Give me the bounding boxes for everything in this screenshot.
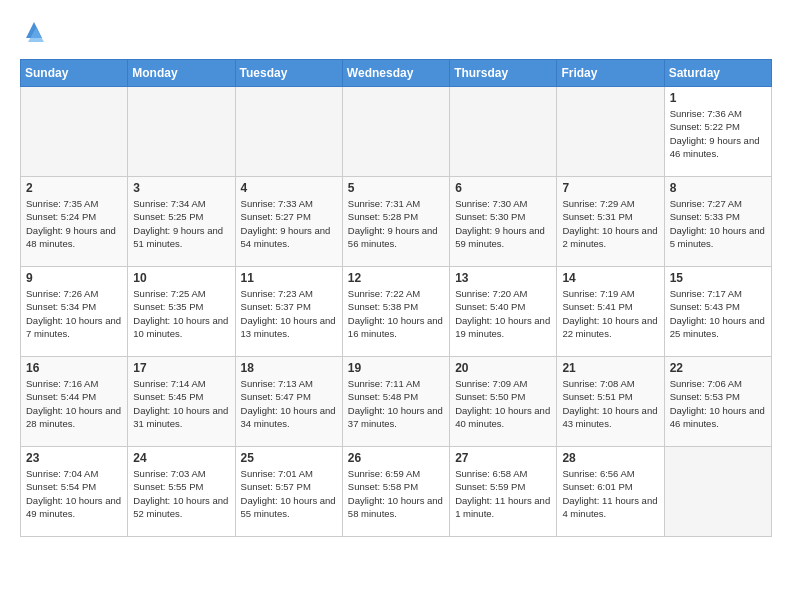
day-number: 21: [562, 361, 658, 375]
calendar-cell: 28Sunrise: 6:56 AM Sunset: 6:01 PM Dayli…: [557, 447, 664, 537]
day-number: 13: [455, 271, 551, 285]
day-number: 14: [562, 271, 658, 285]
day-info: Sunrise: 7:22 AM Sunset: 5:38 PM Dayligh…: [348, 287, 444, 340]
day-info: Sunrise: 7:14 AM Sunset: 5:45 PM Dayligh…: [133, 377, 229, 430]
calendar-cell: 23Sunrise: 7:04 AM Sunset: 5:54 PM Dayli…: [21, 447, 128, 537]
weekday-header-wednesday: Wednesday: [342, 60, 449, 87]
week-row-3: 9Sunrise: 7:26 AM Sunset: 5:34 PM Daylig…: [21, 267, 772, 357]
day-info: Sunrise: 7:34 AM Sunset: 5:25 PM Dayligh…: [133, 197, 229, 250]
calendar-cell: 26Sunrise: 6:59 AM Sunset: 5:58 PM Dayli…: [342, 447, 449, 537]
week-row-1: 1Sunrise: 7:36 AM Sunset: 5:22 PM Daylig…: [21, 87, 772, 177]
day-number: 25: [241, 451, 337, 465]
calendar-cell: 11Sunrise: 7:23 AM Sunset: 5:37 PM Dayli…: [235, 267, 342, 357]
weekday-header-thursday: Thursday: [450, 60, 557, 87]
weekday-header-monday: Monday: [128, 60, 235, 87]
day-number: 1: [670, 91, 766, 105]
calendar-cell: 17Sunrise: 7:14 AM Sunset: 5:45 PM Dayli…: [128, 357, 235, 447]
calendar-cell: [342, 87, 449, 177]
day-number: 26: [348, 451, 444, 465]
day-info: Sunrise: 7:36 AM Sunset: 5:22 PM Dayligh…: [670, 107, 766, 160]
day-info: Sunrise: 7:17 AM Sunset: 5:43 PM Dayligh…: [670, 287, 766, 340]
day-info: Sunrise: 7:33 AM Sunset: 5:27 PM Dayligh…: [241, 197, 337, 250]
day-number: 24: [133, 451, 229, 465]
weekday-header-saturday: Saturday: [664, 60, 771, 87]
day-info: Sunrise: 7:04 AM Sunset: 5:54 PM Dayligh…: [26, 467, 122, 520]
calendar-cell: 27Sunrise: 6:58 AM Sunset: 5:59 PM Dayli…: [450, 447, 557, 537]
day-number: 3: [133, 181, 229, 195]
logo-text: [20, 20, 46, 49]
calendar-cell: 1Sunrise: 7:36 AM Sunset: 5:22 PM Daylig…: [664, 87, 771, 177]
day-number: 4: [241, 181, 337, 195]
day-number: 16: [26, 361, 122, 375]
day-info: Sunrise: 7:03 AM Sunset: 5:55 PM Dayligh…: [133, 467, 229, 520]
day-number: 2: [26, 181, 122, 195]
calendar-cell: 18Sunrise: 7:13 AM Sunset: 5:47 PM Dayli…: [235, 357, 342, 447]
day-info: Sunrise: 7:27 AM Sunset: 5:33 PM Dayligh…: [670, 197, 766, 250]
day-number: 11: [241, 271, 337, 285]
day-number: 9: [26, 271, 122, 285]
day-info: Sunrise: 6:56 AM Sunset: 6:01 PM Dayligh…: [562, 467, 658, 520]
week-row-5: 23Sunrise: 7:04 AM Sunset: 5:54 PM Dayli…: [21, 447, 772, 537]
calendar-cell: 20Sunrise: 7:09 AM Sunset: 5:50 PM Dayli…: [450, 357, 557, 447]
day-number: 22: [670, 361, 766, 375]
day-info: Sunrise: 7:26 AM Sunset: 5:34 PM Dayligh…: [26, 287, 122, 340]
calendar-table: SundayMondayTuesdayWednesdayThursdayFrid…: [20, 59, 772, 537]
day-number: 10: [133, 271, 229, 285]
calendar-cell: 8Sunrise: 7:27 AM Sunset: 5:33 PM Daylig…: [664, 177, 771, 267]
day-info: Sunrise: 7:06 AM Sunset: 5:53 PM Dayligh…: [670, 377, 766, 430]
day-info: Sunrise: 7:23 AM Sunset: 5:37 PM Dayligh…: [241, 287, 337, 340]
week-row-4: 16Sunrise: 7:16 AM Sunset: 5:44 PM Dayli…: [21, 357, 772, 447]
day-info: Sunrise: 7:30 AM Sunset: 5:30 PM Dayligh…: [455, 197, 551, 250]
calendar-cell: 14Sunrise: 7:19 AM Sunset: 5:41 PM Dayli…: [557, 267, 664, 357]
weekday-header-sunday: Sunday: [21, 60, 128, 87]
day-number: 18: [241, 361, 337, 375]
calendar-cell: 4Sunrise: 7:33 AM Sunset: 5:27 PM Daylig…: [235, 177, 342, 267]
day-number: 20: [455, 361, 551, 375]
day-info: Sunrise: 7:35 AM Sunset: 5:24 PM Dayligh…: [26, 197, 122, 250]
day-info: Sunrise: 7:25 AM Sunset: 5:35 PM Dayligh…: [133, 287, 229, 340]
calendar-cell: [664, 447, 771, 537]
calendar-cell: 22Sunrise: 7:06 AM Sunset: 5:53 PM Dayli…: [664, 357, 771, 447]
weekday-header-row: SundayMondayTuesdayWednesdayThursdayFrid…: [21, 60, 772, 87]
day-number: 8: [670, 181, 766, 195]
calendar-cell: 16Sunrise: 7:16 AM Sunset: 5:44 PM Dayli…: [21, 357, 128, 447]
calendar-cell: 7Sunrise: 7:29 AM Sunset: 5:31 PM Daylig…: [557, 177, 664, 267]
day-number: 27: [455, 451, 551, 465]
day-info: Sunrise: 7:08 AM Sunset: 5:51 PM Dayligh…: [562, 377, 658, 430]
day-info: Sunrise: 6:58 AM Sunset: 5:59 PM Dayligh…: [455, 467, 551, 520]
day-number: 23: [26, 451, 122, 465]
calendar-cell: 21Sunrise: 7:08 AM Sunset: 5:51 PM Dayli…: [557, 357, 664, 447]
day-info: Sunrise: 7:29 AM Sunset: 5:31 PM Dayligh…: [562, 197, 658, 250]
day-info: Sunrise: 6:59 AM Sunset: 5:58 PM Dayligh…: [348, 467, 444, 520]
day-number: 19: [348, 361, 444, 375]
day-info: Sunrise: 7:09 AM Sunset: 5:50 PM Dayligh…: [455, 377, 551, 430]
calendar-cell: 2Sunrise: 7:35 AM Sunset: 5:24 PM Daylig…: [21, 177, 128, 267]
day-info: Sunrise: 7:16 AM Sunset: 5:44 PM Dayligh…: [26, 377, 122, 430]
calendar-cell: 13Sunrise: 7:20 AM Sunset: 5:40 PM Dayli…: [450, 267, 557, 357]
calendar-cell: 3Sunrise: 7:34 AM Sunset: 5:25 PM Daylig…: [128, 177, 235, 267]
calendar-cell: 9Sunrise: 7:26 AM Sunset: 5:34 PM Daylig…: [21, 267, 128, 357]
calendar-cell: [235, 87, 342, 177]
day-info: Sunrise: 7:11 AM Sunset: 5:48 PM Dayligh…: [348, 377, 444, 430]
calendar-cell: [557, 87, 664, 177]
calendar-cell: 10Sunrise: 7:25 AM Sunset: 5:35 PM Dayli…: [128, 267, 235, 357]
calendar-cell: 19Sunrise: 7:11 AM Sunset: 5:48 PM Dayli…: [342, 357, 449, 447]
calendar-cell: 15Sunrise: 7:17 AM Sunset: 5:43 PM Dayli…: [664, 267, 771, 357]
logo: [20, 20, 46, 49]
day-info: Sunrise: 7:31 AM Sunset: 5:28 PM Dayligh…: [348, 197, 444, 250]
weekday-header-friday: Friday: [557, 60, 664, 87]
calendar-cell: 24Sunrise: 7:03 AM Sunset: 5:55 PM Dayli…: [128, 447, 235, 537]
day-number: 6: [455, 181, 551, 195]
day-info: Sunrise: 7:19 AM Sunset: 5:41 PM Dayligh…: [562, 287, 658, 340]
calendar-cell: 12Sunrise: 7:22 AM Sunset: 5:38 PM Dayli…: [342, 267, 449, 357]
day-number: 5: [348, 181, 444, 195]
logo-icon: [22, 20, 46, 44]
calendar-cell: [128, 87, 235, 177]
calendar-cell: 6Sunrise: 7:30 AM Sunset: 5:30 PM Daylig…: [450, 177, 557, 267]
calendar-cell: 5Sunrise: 7:31 AM Sunset: 5:28 PM Daylig…: [342, 177, 449, 267]
day-info: Sunrise: 7:01 AM Sunset: 5:57 PM Dayligh…: [241, 467, 337, 520]
week-row-2: 2Sunrise: 7:35 AM Sunset: 5:24 PM Daylig…: [21, 177, 772, 267]
day-number: 7: [562, 181, 658, 195]
day-number: 28: [562, 451, 658, 465]
day-info: Sunrise: 7:20 AM Sunset: 5:40 PM Dayligh…: [455, 287, 551, 340]
